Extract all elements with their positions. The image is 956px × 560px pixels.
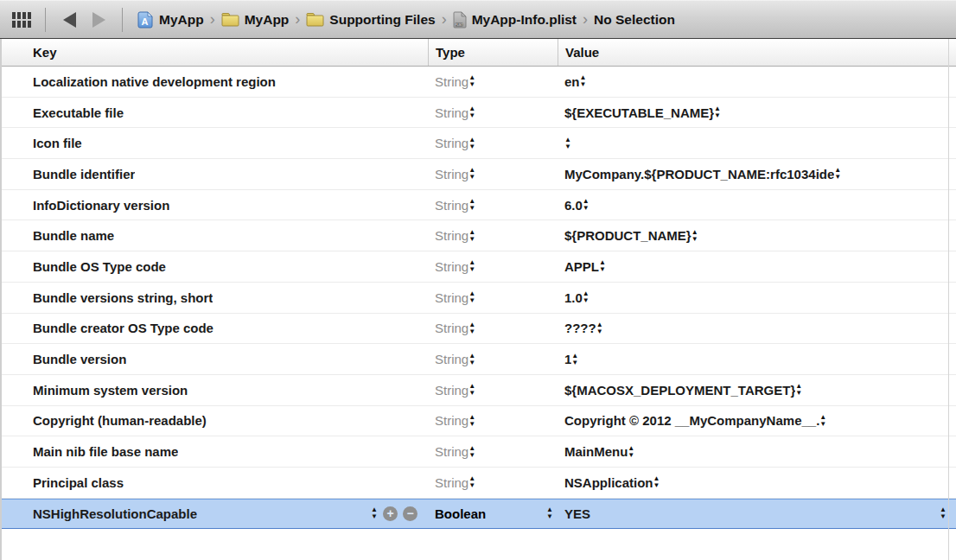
row-value[interactable]: MyCompany.${PRODUCT_NAME:rfc1034ide (564, 167, 834, 181)
column-header-value[interactable]: Value (558, 39, 956, 66)
type-stepper[interactable]: ▲ ▼ (468, 105, 475, 119)
row-key[interactable]: Bundle version (33, 352, 126, 366)
row-value[interactable]: ???? (564, 321, 596, 335)
type-stepper[interactable]: ▲ ▼ (468, 229, 475, 243)
table-row[interactable]: NSHighResolutionCapable ▲ ▼ + − Boolean … (2, 499, 956, 530)
breadcrumb-item-plist-file[interactable]: PLIST MyApp-Info.plist (453, 11, 577, 29)
row-value[interactable]: ${PRODUCT_NAME} (564, 228, 692, 243)
row-value[interactable]: YES (564, 506, 590, 521)
row-type[interactable]: String (435, 475, 468, 490)
key-stepper[interactable]: ▲ ▼ (371, 506, 378, 520)
breadcrumb-item-supporting-files[interactable]: Supporting Files (306, 12, 435, 28)
table-row[interactable]: InfoDictionary version ▲ ▼ + − String ▲ … (2, 190, 956, 221)
value-stepper[interactable]: ▲ ▼ (834, 167, 841, 181)
value-stepper[interactable]: ▲ ▼ (583, 290, 590, 304)
value-stepper[interactable]: ▲ ▼ (819, 414, 826, 428)
remove-row-button[interactable]: − (403, 506, 417, 521)
column-header-key[interactable]: Key (2, 39, 428, 66)
value-stepper[interactable]: ▲ ▼ (692, 229, 698, 243)
row-key[interactable]: Localization native development region (33, 74, 276, 89)
row-type[interactable]: String (435, 136, 468, 150)
type-stepper[interactable]: ▲ ▼ (468, 353, 475, 366)
row-key[interactable]: Bundle OS Type code (33, 259, 166, 274)
value-stepper[interactable]: ▲ ▼ (571, 353, 578, 366)
row-key[interactable]: Principal class (33, 475, 124, 490)
type-stepper[interactable]: ▲ ▼ (546, 506, 558, 520)
row-key[interactable]: Bundle identifier (33, 167, 135, 181)
type-stepper[interactable]: ▲ ▼ (468, 259, 475, 273)
row-key[interactable]: Bundle name (33, 228, 114, 243)
row-type[interactable]: String (435, 105, 468, 120)
row-value[interactable]: MainMenu (564, 444, 628, 459)
breadcrumb-item-project[interactable]: A MyApp (137, 11, 204, 29)
value-stepper[interactable]: ▲ ▼ (580, 74, 587, 88)
back-button[interactable] (54, 8, 84, 32)
row-value[interactable]: 6.0 (564, 198, 583, 213)
row-type[interactable]: String (435, 198, 468, 213)
type-stepper[interactable]: ▲ ▼ (468, 321, 475, 335)
breadcrumb-item-group[interactable]: MyApp (221, 12, 290, 28)
table-row[interactable]: Bundle identifier ▲ ▼ + − String ▲ ▼ MyC… (2, 159, 956, 190)
row-type[interactable]: String (435, 167, 468, 181)
table-row[interactable]: Minimum system version ▲ ▼ + − String ▲ … (2, 375, 956, 406)
breadcrumb-item-no-selection[interactable]: No Selection (594, 12, 675, 28)
table-row[interactable]: Bundle name ▲ ▼ + − String ▲ ▼ ${PRODUCT… (2, 220, 956, 251)
table-row[interactable]: Principal class ▲ ▼ + − String ▲ ▼ NSApp… (2, 468, 956, 499)
row-value[interactable]: APPL (564, 259, 599, 274)
type-stepper[interactable]: ▲ ▼ (468, 198, 475, 212)
add-row-button[interactable]: + (383, 506, 398, 521)
table-row[interactable]: Icon file ▲ ▼ + − String ▲ ▼ ▲ ▼ (2, 128, 956, 159)
row-key[interactable]: Bundle versions string, short (33, 290, 213, 305)
value-stepper[interactable]: ▲ ▼ (653, 475, 660, 489)
table-row[interactable]: Bundle creator OS Type code ▲ ▼ + − Stri… (2, 314, 956, 345)
row-type[interactable]: String (435, 383, 468, 398)
row-type[interactable]: String (435, 352, 468, 366)
type-stepper[interactable]: ▲ ▼ (468, 74, 475, 88)
row-key[interactable]: Minimum system version (33, 383, 188, 398)
forward-button[interactable] (84, 8, 113, 32)
type-stepper[interactable]: ▲ ▼ (468, 137, 475, 150)
table-row[interactable]: Bundle versions string, short ▲ ▼ + − St… (2, 283, 956, 314)
row-type[interactable]: String (435, 321, 468, 335)
table-row[interactable]: Copyright (human-readable) ▲ ▼ + − Strin… (2, 406, 956, 437)
table-row[interactable]: Bundle version ▲ ▼ + − String ▲ ▼ 1 ▲ ▼ (2, 344, 956, 375)
row-key[interactable]: Executable file (33, 105, 124, 120)
row-key[interactable]: Main nib file base name (33, 444, 178, 459)
table-row[interactable]: Executable file ▲ ▼ + − String ▲ ▼ ${EXE… (2, 98, 956, 129)
value-stepper[interactable]: ▲ ▼ (564, 137, 571, 150)
table-row[interactable]: Bundle OS Type code ▲ ▼ + − String ▲ ▼ A… (2, 251, 956, 283)
row-key[interactable]: Copyright (human-readable) (33, 413, 207, 428)
type-stepper[interactable]: ▲ ▼ (468, 475, 475, 489)
type-stepper[interactable]: ▲ ▼ (468, 167, 475, 181)
value-stepper[interactable]: ▲ ▼ (583, 198, 590, 212)
row-type[interactable]: String (435, 259, 468, 274)
value-stepper[interactable]: ▲ ▼ (596, 321, 603, 335)
value-stepper[interactable]: ▲ ▼ (714, 105, 721, 119)
row-key[interactable]: InfoDictionary version (33, 198, 169, 213)
type-stepper[interactable]: ▲ ▼ (468, 414, 475, 428)
row-type[interactable]: String (435, 228, 468, 243)
row-type[interactable]: String (435, 290, 468, 305)
row-value[interactable]: NSApplication (564, 475, 653, 490)
row-value[interactable]: ${EXECUTABLE_NAME} (564, 105, 714, 120)
row-type[interactable]: Boolean (435, 506, 486, 521)
row-key[interactable]: Bundle creator OS Type code (33, 321, 214, 335)
type-stepper[interactable]: ▲ ▼ (468, 383, 475, 397)
type-stepper[interactable]: ▲ ▼ (468, 445, 475, 459)
row-key[interactable]: NSHighResolutionCapable (33, 506, 197, 521)
row-value[interactable]: 1.0 (564, 290, 583, 305)
table-row[interactable]: Localization native development region ▲… (2, 67, 956, 98)
value-stepper[interactable]: ▲ ▼ (795, 383, 802, 397)
row-value[interactable]: en (564, 74, 580, 89)
value-stepper[interactable]: ▲ ▼ (940, 506, 948, 520)
value-stepper[interactable]: ▲ ▼ (599, 259, 606, 273)
row-value[interactable]: Copyright © 2012 __MyCompanyName__. (564, 413, 819, 428)
row-type[interactable]: String (435, 444, 468, 459)
row-key[interactable]: Icon file (33, 136, 82, 150)
related-items-icon[interactable] (10, 11, 36, 29)
value-stepper[interactable]: ▲ ▼ (628, 445, 634, 459)
row-type[interactable]: String (435, 413, 468, 428)
row-value[interactable]: 1 (564, 352, 571, 366)
table-row[interactable]: Main nib file base name ▲ ▼ + − String ▲… (2, 436, 956, 468)
type-stepper[interactable]: ▲ ▼ (468, 290, 475, 304)
